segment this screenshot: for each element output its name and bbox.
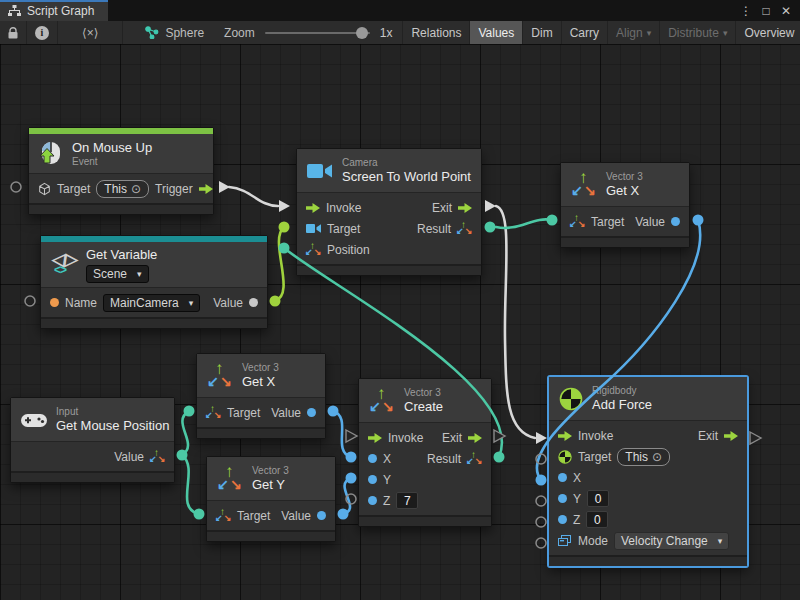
float-port-dot[interactable] [558,473,567,482]
dim-button[interactable]: Dim [523,21,561,44]
object-picker-icon[interactable]: ⊙ [131,182,141,196]
zoom-to-fit-icon: ⟨×⟩ [82,26,98,40]
variable-scope-dropdown[interactable]: Scene▾ [86,265,149,283]
port-addforce-y[interactable] [536,496,546,506]
wire-exit-to-addforce-invoke[interactable] [496,206,535,438]
flow-arrow-icon [368,433,382,443]
node-row: Y 0 [549,488,747,509]
float-port-dot[interactable] [671,217,680,226]
zoom-slider[interactable] [265,32,370,34]
port-invoke-in[interactable] [279,200,290,212]
carry-button[interactable]: Carry [562,21,608,44]
port-addforce-exit-out[interactable] [750,432,761,444]
distribute-button[interactable]: Distribute▾ [660,21,736,44]
node-type: Vector 3 [404,387,443,399]
node-screen-to-world-point[interactable]: Camera Screen To World Point Invoke Exit… [296,148,482,276]
port-addforce-z[interactable] [536,517,546,527]
overview-button[interactable]: Overview [736,21,800,44]
port-gmp-value-out[interactable] [177,450,188,461]
port-create-y-in[interactable] [346,473,357,484]
relations-button[interactable]: Relations [403,21,470,44]
node-vector3-get-x-top[interactable]: ↑↙↘ Vector 3 Get X ↑↙↘ Target Value [560,162,690,248]
port-create-invoke-in[interactable] [346,430,357,442]
value-port-dot[interactable] [249,298,258,307]
port-gv-value-out[interactable] [270,296,281,307]
port-addforce-x-in[interactable] [536,475,547,486]
port-trigger-out[interactable] [219,181,230,193]
node-title: Get Variable [86,247,157,263]
node-vector3-create[interactable]: ↑↙↘ Vector 3 Create Invoke Exit [358,378,492,527]
graph-breadcrumb[interactable]: Sphere [123,21,214,44]
mode-dropdown[interactable]: Velocity Change▾ [614,532,729,550]
port-label: Invoke [578,429,613,443]
variable-name-dropdown[interactable]: MainCamera▾ [103,294,200,312]
zoom-to-fit-button[interactable]: ⟨×⟩ [58,21,123,44]
vector3-icon: ↑↙↘ [206,406,221,420]
menu-icon[interactable]: ⋮ [738,3,754,19]
z-value-field[interactable]: 7 [396,492,418,509]
node-on-mouse-up[interactable]: On Mouse Up Event Target This⊙ Trigger [28,127,214,215]
port-gv-name[interactable] [25,296,35,306]
wire-variable-to-camera-target[interactable] [275,227,284,301]
string-port-dot[interactable] [50,298,59,307]
node-title: Get Y [252,477,289,493]
zoom-control: Zoom 1x [214,21,403,44]
vector3-icon: ↑↙↘ [570,215,585,229]
port-gx2-value-out[interactable] [328,406,339,417]
button-label: Distribute [668,26,719,40]
node-get-mouse-position[interactable]: Input Get Mouse Position Value ↑↙↘ [10,397,175,483]
node-title: Screen To World Point [342,169,471,185]
zoom-slider-handle[interactable] [356,27,368,39]
port-gy-value-out[interactable] [338,509,349,520]
info-button[interactable]: i [27,21,58,44]
float-port-dot[interactable] [558,515,567,524]
port-create-result-out[interactable] [494,452,505,463]
node-vector3-get-y[interactable]: ↑↙↘ Vector 3 Get Y ↑↙↘ Target Value [206,456,336,542]
float-port-dot[interactable] [368,454,377,463]
port-label: Exit [432,201,452,215]
float-port-dot[interactable] [317,511,326,520]
lock-button[interactable] [0,21,27,44]
float-port-dot[interactable] [307,408,316,417]
close-icon[interactable]: ✕ [778,3,794,19]
node-get-variable[interactable]: ◁▷<> Get Variable Scene▾ Name MainCamera… [40,235,268,329]
wire-mouse-to-gety-target[interactable] [182,455,199,514]
node-rigidbody-add-force[interactable]: Rigidbody Add Force Invoke Exit [548,376,748,567]
port-gy-target-in[interactable] [194,509,205,520]
rigidbody-mini-icon [558,450,572,464]
port-gx2-target-in[interactable] [184,406,195,417]
node-vector3-get-x-mid[interactable]: ↑↙↘ Vector 3 Get X ↑↙↘ Target Value [196,353,326,439]
align-button[interactable]: Align▾ [608,21,660,44]
float-port-dot[interactable] [558,494,567,503]
node-title: Get X [606,183,643,199]
float-port-dot[interactable] [368,475,377,484]
port-create-x-in[interactable] [346,452,357,463]
port-gx1-target-in[interactable] [547,215,558,226]
values-button[interactable]: Values [470,21,523,44]
tab-script-graph[interactable]: Script Graph [0,0,108,21]
target-value-chip[interactable]: This⊙ [617,448,670,466]
port-gx1-value-out[interactable] [693,215,704,226]
port-stwp-position-in[interactable] [279,243,290,254]
port-addforce-invoke-in[interactable] [536,432,547,444]
wire-trigger-to-invoke[interactable] [229,187,278,206]
port-stwp-result-out[interactable] [485,222,496,233]
port-label: Target [237,509,270,523]
port-stwp-target-in[interactable] [279,222,290,233]
port-label: Y [383,473,391,487]
port-exit-out[interactable] [485,200,496,212]
port-omu-target[interactable] [11,182,21,192]
wire-mouse-to-getx-target[interactable] [182,411,189,455]
maximize-icon[interactable]: □ [758,3,774,19]
port-label: Target [57,182,90,196]
window-controls: ⋮ □ ✕ [738,0,800,21]
node-row: ↑↙↘ Target Value [561,211,689,232]
port-label: Result [417,222,451,236]
port-addforce-mode[interactable] [536,538,546,548]
graph-canvas[interactable]: On Mouse Up Event Target This⊙ Trigger [0,44,800,600]
object-picker-icon[interactable]: ⊙ [652,450,662,464]
target-value-chip[interactable]: This⊙ [96,180,149,198]
z-value-field[interactable]: 0 [586,511,608,528]
float-port-dot[interactable] [368,496,377,505]
y-value-field[interactable]: 0 [587,490,609,507]
